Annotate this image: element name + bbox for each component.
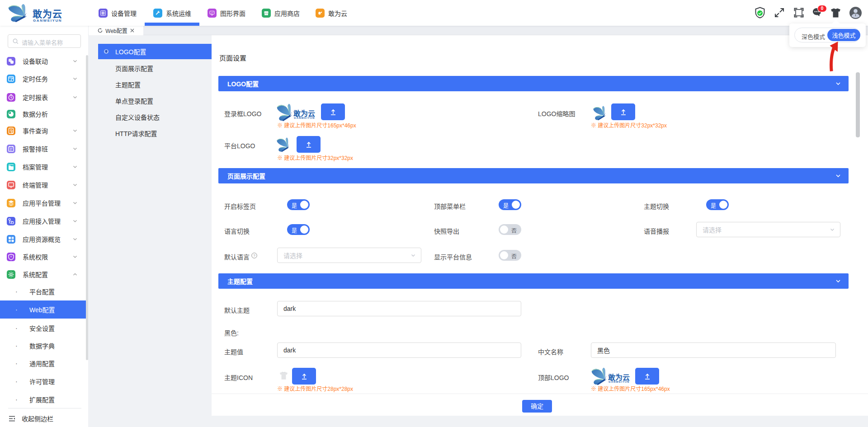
- svg-text:?: ?: [253, 253, 255, 258]
